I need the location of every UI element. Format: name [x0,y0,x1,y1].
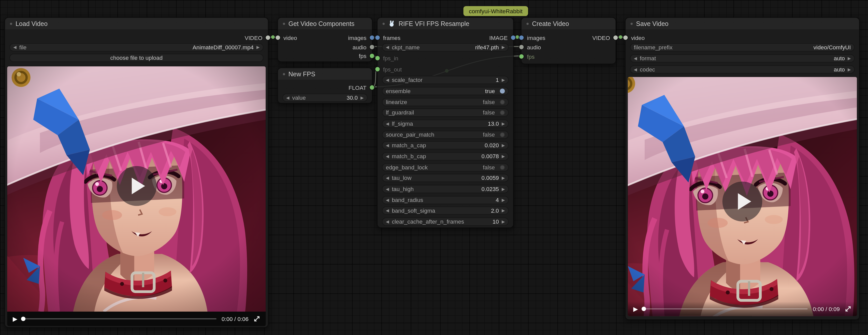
widget-tau-low[interactable]: ◀ tau_low 0.0059 ▶ [382,174,508,182]
widget-clear-cache-after-n-frames[interactable]: ◀ clear_cache_after_n_frames 10 ▶ [382,217,508,226]
decrement-icon[interactable]: ◀ [13,45,17,49]
node-create-video[interactable]: Create Video images audio fps VIDEO [521,17,616,64]
increment-icon[interactable]: ▶ [502,45,505,49]
node-header[interactable]: Create Video [522,18,616,30]
widget-match-b-cap[interactable]: ◀ match_b_cap 0.0078 ▶ [382,152,508,160]
decrement-icon[interactable]: ◀ [386,176,389,180]
collapse-dot-icon[interactable] [283,22,285,25]
decrement-icon[interactable]: ◀ [386,154,389,158]
port-dot-frames[interactable] [375,35,379,40]
widget-format[interactable]: ◀ format auto ▶ [630,54,855,63]
increment-icon[interactable]: ▶ [502,209,505,213]
widget-match-a-cap[interactable]: ◀ match_a_cap 0.020 ▶ [382,141,508,150]
decrement-icon[interactable]: ◀ [386,219,389,223]
node-get-video-components[interactable]: Get Video Components video images audio … [277,17,372,62]
widget-codec[interactable]: ◀ codec auto ▶ [630,65,855,74]
widget-edge-band-lock[interactable]: edge_band_lock false [382,163,508,172]
increment-icon[interactable]: ▶ [502,219,505,223]
port-dot-images[interactable] [370,35,374,40]
node-load-video[interactable]: Load Video VIDEO ◀ file AnimateDiff_0000… [4,17,269,328]
increment-icon[interactable]: ▶ [361,96,364,100]
port-dot-audio[interactable] [370,45,374,49]
node-save-video[interactable]: Save Video video filename_prefix video/C… [625,17,860,320]
widget-ckpt-name[interactable]: ◀ ckpt_name rife47.pth ▶ [382,43,508,52]
port-dot-audio[interactable] [519,45,524,49]
port-dot-video[interactable] [266,35,270,40]
increment-icon[interactable]: ▶ [502,198,505,202]
port-dot-fps[interactable] [370,54,374,58]
toggle-icon[interactable] [500,89,505,94]
toggle-icon[interactable] [500,132,505,138]
widget-source-pair-match[interactable]: source_pair_match false [382,131,508,139]
decrement-icon[interactable]: ◀ [386,198,389,202]
play-overlay-button[interactable] [722,181,763,221]
widget-lf-guardrail[interactable]: lf_guardrail false [382,109,508,117]
increment-icon[interactable]: ▶ [848,56,851,60]
widget-scale-factor[interactable]: ◀ scale_factor 1 ▶ [382,76,508,84]
play-button[interactable]: ▶ [13,315,17,322]
widget-lf-sigma[interactable]: ◀ lf_sigma 13.0 ▶ [382,120,508,128]
seek-knob[interactable] [21,317,26,321]
collapse-dot-icon[interactable] [10,22,12,25]
decrement-icon[interactable]: ◀ [386,78,389,82]
video-preview[interactable]: ▶ 0:00 / 0:06 [7,66,266,326]
decrement-icon[interactable]: ◀ [386,122,389,126]
node-header[interactable]: Get Video Components [278,18,372,30]
widget-band-soft-sigma[interactable]: ◀ band_soft_sigma 2.0 ▶ [382,207,508,215]
increment-icon[interactable]: ▶ [502,176,505,180]
widget-ensemble[interactable]: ensemble true [382,87,508,95]
port-dot-video[interactable] [623,35,628,40]
fullscreen-icon[interactable] [254,315,260,322]
collapse-dot-icon[interactable] [382,22,385,25]
increment-icon[interactable]: ▶ [502,122,505,126]
play-button[interactable]: ▶ [633,305,638,312]
node-header[interactable]: New FPS [278,68,372,80]
video-controls[interactable]: ▶ 0:00 / 0:06 [7,312,266,326]
increment-icon[interactable]: ▶ [502,143,505,147]
play-overlay-button[interactable] [117,166,156,206]
decrement-icon[interactable]: ◀ [386,143,389,147]
decrement-icon[interactable]: ◀ [286,96,289,100]
collapse-dot-icon[interactable] [630,22,633,25]
widget-band-radius[interactable]: ◀ band_radius 4 ▶ [382,196,508,204]
decrement-icon[interactable]: ◀ [634,56,637,60]
node-graph-canvas[interactable]: Load Video VIDEO ◀ file AnimateDiff_0000… [0,0,868,335]
video-controls[interactable]: ▶ 0:00 / 0:09 [628,302,857,316]
toggle-icon[interactable] [500,100,505,105]
increment-icon[interactable]: ▶ [848,67,851,71]
increment-icon[interactable]: ▶ [502,187,505,191]
decrement-icon[interactable]: ◀ [386,45,389,49]
upload-button[interactable]: choose file to upload [9,54,264,62]
node-header[interactable]: RIFE VFI FPS Resample [377,18,513,30]
toggle-icon[interactable] [500,110,505,115]
port-dot-image[interactable] [511,35,515,40]
increment-icon[interactable]: ▶ [502,154,505,158]
widget-filename-prefix[interactable]: filename_prefix video/ComfyUI [630,43,855,52]
node-rife-vfi-fps-resample[interactable]: RIFE VFI FPS Resample frames IMAGE fps_i… [377,17,514,228]
node-header[interactable]: Save Video [626,18,859,30]
widget-linearize[interactable]: linearize false [382,98,508,106]
widget-file[interactable]: ◀ file AnimateDiff_00007.mp4 ▶ [9,43,264,52]
node-header[interactable]: Load Video [5,18,268,30]
widget-value[interactable]: ◀ value 30.0 ▶ [282,94,368,102]
port-dot-fps-out[interactable] [375,67,379,71]
increment-icon[interactable]: ▶ [502,78,505,82]
port-dot-fps-in[interactable] [375,56,379,60]
port-dot-video[interactable] [613,35,618,40]
seek-bar[interactable] [643,308,808,309]
decrement-icon[interactable]: ◀ [634,67,637,71]
decrement-icon[interactable]: ◀ [386,187,389,191]
decrement-icon[interactable]: ◀ [386,209,389,213]
fullscreen-icon[interactable] [845,305,851,312]
toggle-icon[interactable] [500,165,505,170]
collapse-dot-icon[interactable] [526,22,529,25]
port-dot-images[interactable] [519,35,524,40]
workflow-tab[interactable]: comfyui-WhiteRabbit [463,6,528,16]
video-preview[interactable]: ▶ 0:00 / 0:09 [628,77,857,316]
port-dot-fps[interactable] [519,54,524,59]
seek-knob[interactable] [642,307,646,311]
node-new-fps[interactable]: New FPS FLOAT ◀ value 30.0 ▶ [277,67,372,103]
port-dot-float[interactable] [370,85,374,90]
collapse-dot-icon[interactable] [283,73,285,75]
seek-bar[interactable] [22,318,216,319]
